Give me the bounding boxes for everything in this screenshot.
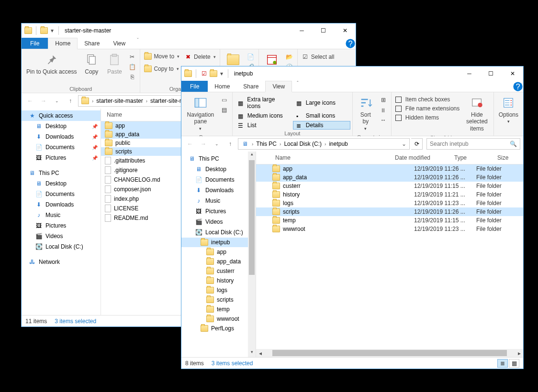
nav-pictures[interactable]: 🖼Pictures — [22, 220, 101, 231]
nav-desktop[interactable]: 🖥Desktop — [181, 164, 248, 174]
file-row[interactable]: history12/19/2019 11:21 ...File folder — [256, 190, 523, 199]
cut-button[interactable]: ✂ — [126, 52, 138, 62]
nav-pictures[interactable]: 🖼Pictures📌 — [22, 152, 101, 163]
nav-inetpub[interactable]: inetpub — [181, 238, 248, 247]
tab-home[interactable]: Home — [208, 81, 236, 92]
new-item-button[interactable]: 📄 — [245, 52, 257, 62]
up-button[interactable]: ↑ — [224, 138, 236, 150]
up-button[interactable]: ↑ — [65, 95, 76, 107]
horizontal-scrollbar[interactable]: ◂▸ — [256, 349, 523, 357]
search-input[interactable]: Search inetpub 🔍 — [426, 138, 520, 150]
copy-button[interactable]: Copy — [80, 50, 102, 77]
qat-dropdown[interactable]: ▾ — [219, 70, 224, 77]
breadcrumb[interactable]: 🖥 › This PC › Local Disk (C:) › inetpub … — [238, 138, 410, 150]
nav-app[interactable]: app — [181, 247, 248, 257]
file-row[interactable]: custerr12/19/2019 11:15 ...File folder — [256, 182, 523, 190]
pin-quick-access-button[interactable]: Pin to Quick access — [23, 50, 79, 77]
tab-home[interactable]: Home — [48, 38, 78, 49]
group-by-button[interactable]: ⊞ — [378, 95, 389, 105]
copy-to-button[interactable]: Copy to▾ — [142, 65, 181, 73]
nav-custerr[interactable]: custerr — [181, 266, 248, 276]
address-dropdown[interactable]: ⌄ — [400, 141, 408, 147]
nav-wwwroot[interactable]: wwwroot — [181, 314, 248, 324]
file-list[interactable]: app12/19/2019 11:26 ...File folderapp_da… — [256, 164, 523, 349]
maximize-button[interactable]: ☐ — [313, 24, 334, 38]
nav-downloads[interactable]: ⬇Downloads — [22, 199, 101, 210]
view-list[interactable]: ☰List — [235, 121, 292, 130]
tab-share[interactable]: Share — [78, 38, 106, 49]
view-large[interactable]: ▦Large icons — [293, 95, 350, 110]
paste-shortcut-button[interactable]: ⎘ — [126, 72, 138, 82]
select-all-button[interactable]: ☑Select all — [300, 52, 336, 62]
crumb[interactable]: starter-site-master — [94, 98, 145, 104]
collapse-ribbon[interactable]: ˇ — [134, 38, 141, 49]
tab-file[interactable]: File — [181, 81, 208, 92]
size-columns-button[interactable]: ↔ — [378, 115, 389, 125]
nav-local-disk[interactable]: 💽Local Disk (C:) — [22, 241, 101, 252]
col-size[interactable]: Size — [495, 153, 519, 162]
nav-music[interactable]: ♪Music — [181, 196, 248, 206]
nav-scripts[interactable]: scripts — [181, 295, 248, 305]
nav-temp[interactable]: temp — [181, 305, 248, 314]
refresh-button[interactable]: ⟳ — [411, 138, 423, 150]
help-icon[interactable]: ? — [345, 38, 356, 49]
navigation-pane[interactable]: ★Quick access 🖥Desktop📌 ⬇Downloads📌 📄Doc… — [22, 109, 101, 315]
nav-this-pc[interactable]: 🖥This PC — [181, 153, 248, 164]
nav-documents[interactable]: 📄Documents — [181, 174, 248, 185]
nav-quick-access[interactable]: ★Quick access — [22, 110, 101, 121]
nav-videos[interactable]: 🎬Videos — [22, 231, 101, 241]
tree-scrollbar[interactable]: ▴ ▾ — [248, 152, 256, 357]
nav-videos[interactable]: 🎬Videos — [181, 217, 248, 227]
properties-icon[interactable]: ☑ — [200, 70, 208, 77]
close-button[interactable]: ✕ — [334, 24, 356, 38]
nav-app-data[interactable]: app_data — [181, 257, 248, 266]
back-button[interactable]: ← — [24, 95, 36, 107]
preview-pane-button[interactable]: ▭ — [219, 95, 230, 105]
crumb[interactable]: starter-site-m — [148, 98, 186, 104]
file-row[interactable]: temp12/19/2019 11:15 ...File folder — [256, 216, 523, 225]
nav-history[interactable]: history — [181, 276, 248, 285]
view-medium[interactable]: ▦Medium icons — [235, 111, 292, 120]
nav-this-pc[interactable]: 🖥This PC — [22, 168, 101, 178]
titlebar[interactable]: ▾ starter-site-master ─ ☐ ✕ — [22, 23, 356, 38]
crumb[interactable]: This PC — [254, 141, 279, 147]
minimize-button[interactable]: ─ — [291, 24, 313, 38]
collapse-ribbon[interactable]: ˆ — [294, 81, 301, 92]
maximize-button[interactable]: ☐ — [480, 67, 502, 81]
col-name[interactable]: Name — [273, 153, 393, 162]
recent-dropdown[interactable]: ⌄ — [51, 95, 63, 107]
col-date[interactable]: Date modified — [393, 153, 452, 162]
crumb[interactable]: inetpub — [327, 141, 349, 147]
move-to-button[interactable]: Move to▾ — [142, 52, 181, 61]
crumb[interactable]: Local Disk (C:) — [282, 141, 324, 147]
nav-music[interactable]: ♪Music — [22, 210, 101, 220]
column-headers[interactable]: Name Date modified Type Size — [256, 152, 523, 164]
file-row[interactable]: app12/19/2019 11:26 ...File folder — [256, 164, 523, 173]
back-button[interactable]: ← — [184, 138, 196, 150]
file-extensions-toggle[interactable]: File name extensions — [393, 104, 461, 113]
recent-dropdown[interactable]: ⌄ — [211, 138, 223, 150]
tab-view[interactable]: View — [106, 38, 132, 49]
nav-local-disk[interactable]: 💽Local Disk (C:) — [181, 227, 248, 238]
tab-share[interactable]: Share — [236, 81, 265, 92]
qat-dropdown[interactable]: ▾ — [50, 27, 55, 34]
delete-button[interactable]: ✖Delete▾ — [182, 52, 218, 62]
hidden-items-toggle[interactable]: Hidden items — [393, 113, 461, 122]
nav-perflogs[interactable]: PerfLogs — [181, 324, 248, 333]
nav-downloads[interactable]: ⬇Downloads — [181, 185, 248, 196]
navigation-pane[interactable]: ▴ ▾ 🖥This PC 🖥Desktop 📄Documents ⬇Downlo… — [181, 152, 256, 357]
view-small[interactable]: ▪Small icons — [293, 111, 350, 120]
view-details[interactable]: ≣Details — [293, 121, 350, 130]
close-button[interactable]: ✕ — [502, 67, 523, 81]
view-extra-large[interactable]: ▦Extra large icons — [235, 95, 292, 110]
nav-desktop[interactable]: 🖥Desktop — [22, 178, 101, 189]
nav-documents[interactable]: 📄Documents📌 — [22, 142, 101, 152]
forward-button[interactable]: → — [198, 138, 209, 150]
nav-desktop[interactable]: 🖥Desktop📌 — [22, 121, 101, 131]
nav-pictures[interactable]: 🖼Pictures — [181, 206, 248, 217]
copy-path-button[interactable]: 📋 — [126, 62, 138, 72]
view-details-button[interactable]: ≣ — [497, 359, 508, 368]
item-checkboxes-toggle[interactable]: Item check boxes — [393, 95, 461, 104]
options-button[interactable]: Options▾ — [496, 93, 521, 126]
nav-documents[interactable]: 📄Documents — [22, 189, 101, 199]
